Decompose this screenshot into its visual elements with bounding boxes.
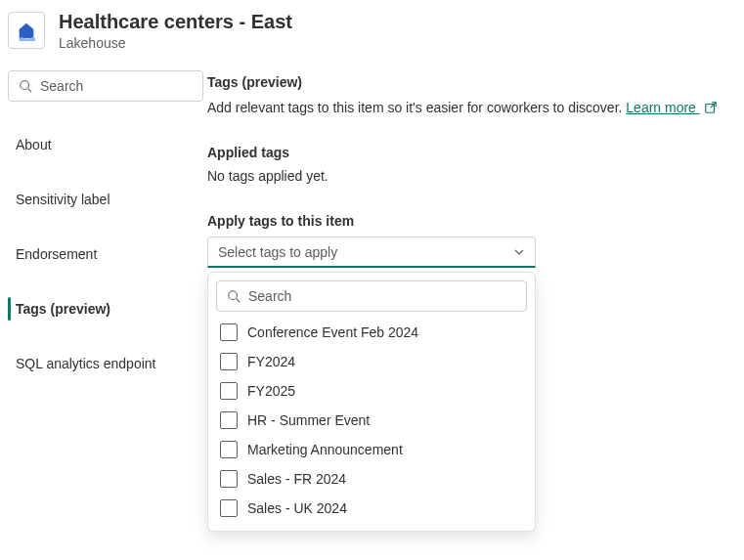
external-link-icon	[704, 101, 718, 114]
search-icon	[19, 79, 32, 93]
sidebar-nav: About Sensitivity label Endorsement Tags…	[8, 127, 203, 381]
content: Tags (preview) Add relevant tags to this…	[203, 57, 744, 268]
tag-option-label: FY2025	[247, 383, 295, 399]
tag-option[interactable]: Marketing Announcement	[216, 435, 527, 464]
header-text: Healthcare centers - East Lakehouse	[59, 10, 292, 51]
sidebar-item-sensitivity[interactable]: Sensitivity label	[8, 182, 203, 217]
tags-dropdown-menu: Conference Event Feb 2024 FY2024 FY2025 …	[207, 272, 536, 532]
section-description: Add relevant tags to this item so it's e…	[207, 100, 724, 115]
svg-point-4	[229, 291, 238, 300]
dropdown-search-input[interactable]	[248, 288, 516, 304]
page-title: Healthcare centers - East	[59, 10, 292, 33]
section-title: Tags (preview)	[207, 74, 724, 90]
sidebar-item-label: Tags (preview)	[16, 301, 110, 317]
header: Healthcare centers - East Lakehouse	[0, 0, 744, 57]
checkbox-icon	[220, 382, 238, 400]
tag-option[interactable]: FY2025	[216, 376, 527, 406]
sidebar-item-endorsement[interactable]: Endorsement	[8, 237, 203, 272]
sidebar-item-sql-endpoint[interactable]: SQL analytics endpoint	[8, 346, 203, 381]
dropdown-placeholder: Select tags to apply	[218, 244, 337, 260]
learn-more-link[interactable]: Learn more	[626, 100, 699, 115]
sidebar-item-label: Endorsement	[16, 246, 97, 262]
tag-option-label: FY2024	[247, 354, 295, 369]
dropdown-search[interactable]	[216, 280, 527, 312]
chevron-down-icon	[513, 246, 525, 258]
page-subtitle: Lakehouse	[59, 35, 292, 51]
applied-tags-title: Applied tags	[207, 145, 724, 160]
item-icon	[8, 12, 45, 49]
search-icon	[227, 289, 241, 303]
svg-line-3	[711, 103, 716, 108]
svg-line-1	[28, 89, 32, 93]
sidebar-item-about[interactable]: About	[8, 127, 203, 162]
tag-option-label: Sales - FR 2024	[247, 471, 346, 487]
lakehouse-icon	[16, 20, 37, 41]
tag-option[interactable]: Conference Event Feb 2024	[216, 318, 527, 347]
sidebar-search[interactable]	[8, 70, 203, 102]
sidebar-item-label: About	[16, 137, 52, 152]
sidebar: About Sensitivity label Endorsement Tags…	[0, 57, 203, 381]
checkbox-icon	[220, 411, 238, 429]
tag-option[interactable]: HR - Summer Event	[216, 406, 527, 435]
tag-option-label: HR - Summer Event	[247, 412, 370, 428]
sidebar-item-tags[interactable]: Tags (preview)	[8, 291, 203, 326]
tag-option[interactable]: Sales - UK 2024	[216, 494, 527, 523]
checkbox-icon	[220, 323, 238, 341]
apply-tags-title: Apply tags to this item	[207, 213, 724, 229]
tags-dropdown-trigger[interactable]: Select tags to apply	[207, 237, 536, 268]
tag-option[interactable]: FY2024	[216, 347, 527, 376]
tag-option-label: Sales - UK 2024	[247, 500, 347, 516]
tag-option-label: Conference Event Feb 2024	[247, 324, 418, 340]
tag-option-label: Marketing Announcement	[247, 442, 403, 457]
tag-option[interactable]: Sales - FR 2024	[216, 464, 527, 494]
svg-line-5	[237, 299, 241, 303]
checkbox-icon	[220, 441, 238, 458]
sidebar-item-label: Sensitivity label	[16, 192, 110, 207]
sidebar-item-label: SQL analytics endpoint	[16, 356, 155, 371]
tags-dropdown: Select tags to apply Conference Event Fe…	[207, 237, 536, 268]
applied-tags-empty: No tags applied yet.	[207, 168, 724, 184]
checkbox-icon	[220, 470, 238, 488]
description-text: Add relevant tags to this item so it's e…	[207, 100, 626, 115]
checkbox-icon	[220, 499, 238, 517]
checkbox-icon	[220, 353, 238, 370]
sidebar-search-input[interactable]	[40, 78, 211, 94]
svg-point-0	[21, 81, 29, 90]
